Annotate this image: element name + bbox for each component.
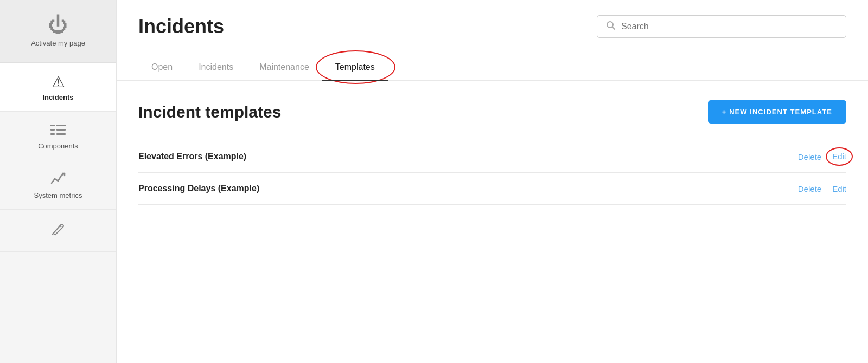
sidebar-item-components-label: Components bbox=[38, 142, 78, 150]
template-row: Processing Delays (Example) Delete Edit bbox=[138, 173, 846, 205]
svg-rect-1 bbox=[50, 129, 55, 131]
edit-wrapper-1: Edit bbox=[832, 152, 846, 161]
sidebar-item-components[interactable]: Components bbox=[0, 112, 116, 160]
template-name: Elevated Errors (Example) bbox=[138, 152, 246, 161]
svg-line-6 bbox=[52, 234, 53, 235]
template-name: Processing Delays (Example) bbox=[138, 184, 259, 193]
template-list: Elevated Errors (Example) Delete Edit Pr… bbox=[138, 141, 846, 205]
sidebar-item-design[interactable] bbox=[0, 210, 116, 252]
sidebar: ⏻ Activate my page ⚠ Incidents Component… bbox=[0, 0, 117, 363]
tabs: Open Incidents Maintenance Templates bbox=[117, 55, 868, 81]
search-icon bbox=[606, 21, 616, 33]
svg-rect-2 bbox=[50, 133, 55, 135]
edit-template-1-button[interactable]: Edit bbox=[832, 152, 846, 161]
delete-template-1-button[interactable]: Delete bbox=[798, 152, 821, 161]
tab-maintenance[interactable]: Maintenance bbox=[246, 55, 322, 80]
template-actions: Delete Edit bbox=[798, 184, 846, 193]
search-input[interactable] bbox=[621, 22, 837, 31]
svg-rect-5 bbox=[56, 133, 66, 135]
components-icon bbox=[50, 124, 66, 139]
incidents-icon: ⚠ bbox=[52, 75, 65, 90]
page-header: Incidents bbox=[117, 0, 868, 49]
template-actions: Delete Edit bbox=[798, 152, 846, 161]
design-icon bbox=[51, 222, 65, 238]
activate-label: Activate my page bbox=[31, 39, 85, 47]
power-icon: ⏻ bbox=[48, 15, 68, 35]
svg-line-7 bbox=[60, 225, 61, 227]
svg-rect-4 bbox=[56, 129, 66, 131]
content-header: Incident templates + NEW INCIDENT TEMPLA… bbox=[138, 100, 846, 124]
sidebar-item-system-metrics-label: System metrics bbox=[34, 191, 82, 199]
content-title: Incident templates bbox=[138, 103, 281, 121]
svg-rect-0 bbox=[50, 125, 55, 126]
page-title: Incidents bbox=[138, 15, 224, 38]
content-area: Incident templates + NEW INCIDENT TEMPLA… bbox=[117, 81, 868, 363]
main-content: Incidents Open Incidents Maintenance Tem… bbox=[117, 0, 868, 363]
activate-my-page-button[interactable]: ⏻ Activate my page bbox=[0, 0, 116, 63]
sidebar-item-system-metrics[interactable]: System metrics bbox=[0, 160, 116, 210]
system-metrics-icon bbox=[50, 172, 66, 188]
svg-rect-3 bbox=[56, 125, 66, 126]
template-row: Elevated Errors (Example) Delete Edit bbox=[138, 141, 846, 173]
tab-open[interactable]: Open bbox=[138, 55, 186, 80]
sidebar-item-incidents[interactable]: ⚠ Incidents bbox=[0, 63, 116, 112]
delete-template-2-button[interactable]: Delete bbox=[798, 184, 821, 193]
edit-template-2-button[interactable]: Edit bbox=[832, 184, 846, 193]
search-box[interactable] bbox=[597, 15, 846, 38]
tab-templates[interactable]: Templates bbox=[322, 55, 388, 80]
tab-incidents[interactable]: Incidents bbox=[186, 55, 246, 80]
sidebar-item-incidents-label: Incidents bbox=[42, 93, 73, 101]
svg-line-9 bbox=[612, 27, 615, 30]
new-incident-template-button[interactable]: + NEW INCIDENT TEMPLATE bbox=[708, 100, 846, 124]
